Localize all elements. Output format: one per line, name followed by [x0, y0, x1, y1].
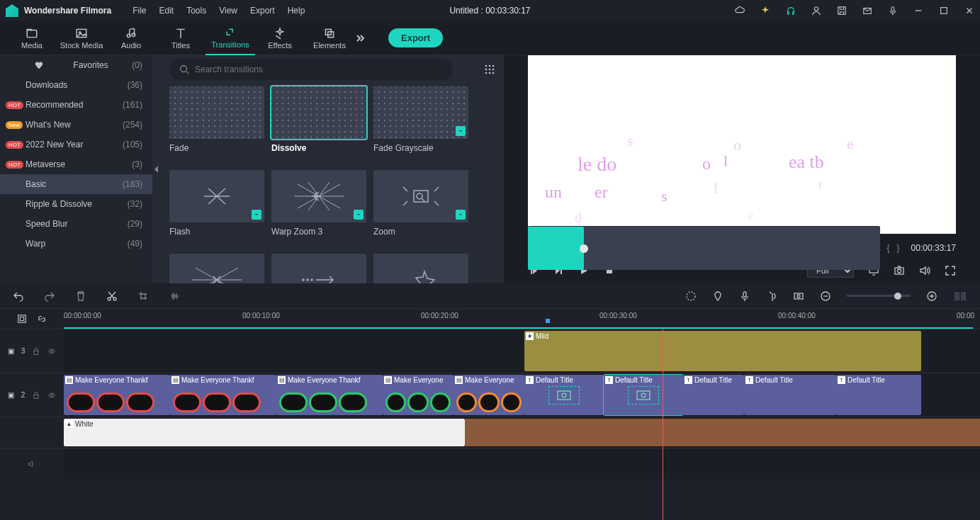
preview-scrubber[interactable]: { } 00:00:33:17	[528, 238, 956, 258]
sidebar-item-recommended[interactable]: HOTRecommended(161)	[0, 95, 152, 115]
headphones-icon[interactable]	[786, 6, 796, 16]
title-clip[interactable]: TDefault Title	[604, 375, 683, 415]
sidebar-item-ripple-dissolve[interactable]: Ripple & Dissolve(32)	[0, 194, 152, 214]
mute-icon[interactable]	[28, 460, 36, 468]
export-button[interactable]: Export	[388, 28, 443, 47]
crop-icon[interactable]	[137, 290, 149, 302]
sidebar-item-downloads[interactable]: Downloads(36)	[0, 75, 152, 95]
film-clip-badge-icon: ▤	[384, 376, 392, 384]
download-icon[interactable]	[456, 210, 466, 220]
timeline-ruler[interactable]: 00:00:00:0000:00:10:0000:00:20:0000:00:3…	[64, 309, 980, 329]
menu-export[interactable]: Export	[250, 6, 275, 16]
module-stock-media[interactable]: Stock Media	[57, 21, 106, 55]
transition-zoom[interactable]: Zoom	[373, 170, 468, 247]
render-icon[interactable]	[685, 290, 697, 302]
track-toggle-icon[interactable]: ▣	[8, 391, 14, 399]
video-clip[interactable]: ▤Make Everyone	[383, 375, 454, 415]
download-icon[interactable]	[354, 210, 364, 220]
timeline-tracks[interactable]: ▣3 ★ Mild ▣2 ▤Make Everyone Thankf▤Make …	[0, 329, 980, 520]
lock-icon[interactable]	[32, 391, 40, 400]
sidebar-item-speed-blur[interactable]: Speed Blur(29)	[0, 214, 152, 234]
track-manage-icon[interactable]	[17, 314, 27, 324]
grid-view-icon[interactable]	[484, 64, 495, 75]
sidebar-item-what-s-new[interactable]: NewWhat's New(254)	[0, 115, 152, 135]
title-clip[interactable]: TDefault Title	[524, 375, 604, 415]
cut-icon[interactable]	[106, 290, 118, 302]
volume-icon[interactable]	[919, 265, 930, 276]
zoom-fit-icon[interactable]	[953, 290, 967, 302]
title-clip[interactable]: TDefault Title	[744, 375, 836, 415]
sparkle-icon[interactable]	[760, 6, 770, 16]
link-icon[interactable]	[37, 314, 47, 324]
menu-edit[interactable]: Edit	[159, 6, 174, 16]
voiceover-icon[interactable]	[739, 290, 750, 302]
transition-fade[interactable]: Fade	[169, 86, 264, 163]
close-icon[interactable]	[964, 6, 974, 16]
sidebar-item-favorites[interactable]: Favorites(0)	[0, 55, 152, 75]
video-clip[interactable]: ▤Make Everyone	[454, 375, 524, 415]
minimize-icon[interactable]	[913, 6, 923, 16]
eye-icon[interactable]	[47, 391, 56, 400]
transition-item[interactable]	[271, 254, 366, 283]
download-icon[interactable]	[252, 210, 261, 220]
record-icon[interactable]	[793, 290, 804, 302]
download-icon[interactable]	[456, 126, 466, 136]
menu-help[interactable]: Help	[288, 6, 305, 16]
mail-icon[interactable]	[862, 6, 872, 16]
sidebar-item-metaverse[interactable]: HOTMetaverse(3)	[0, 154, 152, 174]
video-clip[interactable]: ▤Make Everyone Thankf	[276, 375, 383, 415]
title-clip[interactable]: ★ Mild	[524, 331, 921, 371]
collapse-sidebar[interactable]	[152, 55, 161, 283]
svg-rect-49	[637, 391, 650, 400]
module-transitions[interactable]: Transitions	[205, 21, 255, 55]
search-input[interactable]	[195, 64, 443, 74]
title-clip[interactable]: TDefault Title	[836, 375, 921, 415]
sidebar-item-basic[interactable]: Basic(183)	[0, 174, 152, 194]
maximize-icon[interactable]	[939, 6, 949, 16]
user-icon[interactable]	[811, 6, 821, 16]
snapshot-icon[interactable]	[894, 265, 905, 276]
transition-dissolve[interactable]: Dissolve	[271, 86, 366, 163]
eye-icon[interactable]	[47, 347, 56, 356]
transition-item[interactable]	[169, 254, 264, 283]
sidebar-item-warp[interactable]: Warp(49)	[0, 234, 152, 254]
more-modules[interactable]	[354, 33, 376, 44]
module-titles[interactable]: Titles	[156, 21, 205, 55]
audio-mixer-icon[interactable]	[766, 290, 777, 302]
video-clip[interactable]: ▤Make Everyone Thankf	[64, 375, 170, 415]
sidebar-item-2022-new-year[interactable]: HOT2022 New Year(105)	[0, 135, 152, 154]
module-elements[interactable]: Elements	[305, 21, 354, 55]
redo-icon[interactable]	[44, 290, 55, 302]
track-toggle-icon[interactable]: ▣	[8, 347, 14, 355]
cloud-icon[interactable]	[735, 6, 745, 16]
title-clip[interactable]: TDefault Title	[683, 375, 744, 415]
transition-warp-zoom-3[interactable]: Warp Zoom 3	[271, 170, 366, 247]
track-bg: ▲ White	[0, 417, 980, 448]
save-icon[interactable]	[837, 6, 847, 16]
zoom-in-icon[interactable]	[926, 290, 937, 302]
audio-wave-icon[interactable]	[169, 290, 180, 302]
delete-icon[interactable]	[75, 290, 86, 302]
zoom-out-icon[interactable]	[820, 290, 831, 302]
transition-fade-grayscale[interactable]: Fade Grayscale	[373, 86, 468, 163]
search-box[interactable]	[169, 59, 453, 80]
transition-flash[interactable]: Flash	[169, 170, 264, 247]
audio-clip[interactable]	[465, 419, 980, 446]
module-media[interactable]: Media	[7, 21, 57, 55]
module-effects[interactable]: Effects	[255, 21, 305, 55]
menu-tools[interactable]: Tools	[186, 6, 206, 16]
white-clip[interactable]: ▲ White	[64, 419, 465, 446]
playhead[interactable]	[663, 329, 663, 520]
transition-item[interactable]	[373, 254, 468, 283]
marker-icon[interactable]	[712, 290, 723, 302]
menu-file[interactable]: File	[133, 6, 146, 16]
lock-icon[interactable]	[32, 347, 40, 356]
zoom-slider[interactable]	[847, 295, 911, 297]
menu-view[interactable]: View	[219, 6, 237, 16]
preview-viewport[interactable]: le dosooleea tbunersfrde	[528, 55, 956, 234]
fullscreen-icon[interactable]	[945, 265, 956, 276]
video-clip[interactable]: ▤Make Everyone Thankf	[170, 375, 276, 415]
mic-download-icon[interactable]	[888, 6, 898, 16]
module-audio[interactable]: Audio	[106, 21, 156, 55]
undo-icon[interactable]	[13, 290, 24, 302]
